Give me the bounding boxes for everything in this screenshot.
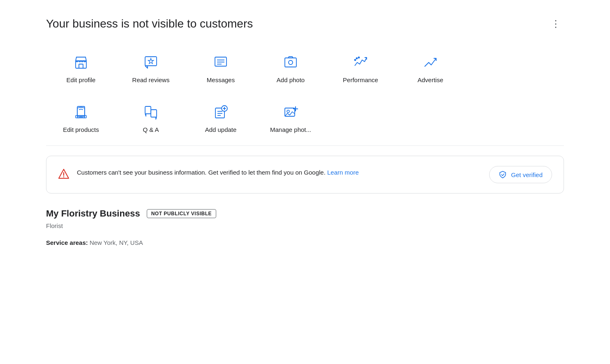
get-verified-button[interactable]: Get verified xyxy=(489,166,552,183)
visibility-badge: NOT PUBLICLY VISIBLE xyxy=(147,209,216,218)
action-manage-photos[interactable]: Manage phot... xyxy=(256,96,326,141)
reviews-icon xyxy=(142,53,160,71)
business-name-row: My Floristry Business NOT PUBLICLY VISIB… xyxy=(46,208,564,219)
performance-icon xyxy=(351,53,370,71)
business-section: My Floristry Business NOT PUBLICLY VISIB… xyxy=(46,208,564,246)
svg-rect-1 xyxy=(79,64,83,68)
service-areas: Service areas: New York, NY, USA xyxy=(46,239,564,246)
advertise-icon xyxy=(421,53,439,71)
action-performance[interactable]: Performance xyxy=(326,46,395,91)
add-update-label: Add update xyxy=(205,126,237,133)
actions-row-2: Edit products Q & A xyxy=(46,96,564,141)
messages-icon xyxy=(212,53,230,71)
section-divider xyxy=(46,145,564,146)
qa-label: Q & A xyxy=(143,126,159,133)
svg-point-9 xyxy=(289,60,293,65)
svg-rect-8 xyxy=(285,58,296,67)
shield-check-icon xyxy=(499,170,507,179)
svg-marker-3 xyxy=(148,58,154,64)
advertise-label: Advertise xyxy=(418,76,444,83)
alert-box: Customers can't see your business inform… xyxy=(46,156,564,194)
alert-content: Customers can't see your business inform… xyxy=(58,168,359,182)
performance-label: Performance xyxy=(343,76,378,83)
action-messages[interactable]: Messages xyxy=(186,46,256,91)
business-name: My Floristry Business xyxy=(46,208,140,219)
svg-rect-17 xyxy=(145,106,151,114)
svg-point-31 xyxy=(63,177,65,178)
svg-point-10 xyxy=(356,58,358,59)
messages-label: Messages xyxy=(207,76,235,83)
edit-products-label: Edit products xyxy=(63,126,99,133)
alert-text: Customers can't see your business inform… xyxy=(77,168,359,177)
svg-point-11 xyxy=(355,60,356,61)
action-qa[interactable]: Q & A xyxy=(116,96,186,141)
add-photo-label: Add photo xyxy=(277,76,305,83)
action-edit-products[interactable]: Edit products xyxy=(46,96,116,141)
warning-icon xyxy=(58,168,69,182)
action-read-reviews[interactable]: Read reviews xyxy=(116,46,186,91)
qa-icon xyxy=(142,103,160,121)
svg-point-27 xyxy=(287,110,289,113)
business-type: Florist xyxy=(46,222,564,229)
store-icon xyxy=(72,53,90,71)
manage-photos-icon xyxy=(282,103,300,121)
action-add-update[interactable]: Add update xyxy=(186,96,256,141)
learn-more-link[interactable]: Learn more xyxy=(327,169,359,176)
get-verified-label: Get verified xyxy=(511,171,543,178)
manage-photos-label: Manage phot... xyxy=(270,126,311,133)
actions-row-1: Edit profile Read reviews xyxy=(46,46,564,91)
products-icon xyxy=(72,103,90,121)
read-reviews-label: Read reviews xyxy=(132,76,170,83)
more-options-icon[interactable]: ⋮ xyxy=(548,16,564,31)
action-advertise[interactable]: Advertise xyxy=(395,46,465,91)
svg-rect-4 xyxy=(215,57,226,66)
action-add-photo[interactable]: Add photo xyxy=(256,46,326,91)
update-icon xyxy=(212,103,230,121)
action-edit-profile[interactable]: Edit profile xyxy=(46,46,116,91)
add-photo-icon xyxy=(282,53,300,71)
service-areas-label: Service areas: xyxy=(46,239,88,246)
svg-point-12 xyxy=(358,57,360,58)
edit-profile-label: Edit profile xyxy=(67,76,96,83)
page-title: Your business is not visible to customer… xyxy=(46,16,253,31)
service-areas-value: New York, NY, USA xyxy=(90,239,143,246)
svg-rect-18 xyxy=(151,110,157,117)
